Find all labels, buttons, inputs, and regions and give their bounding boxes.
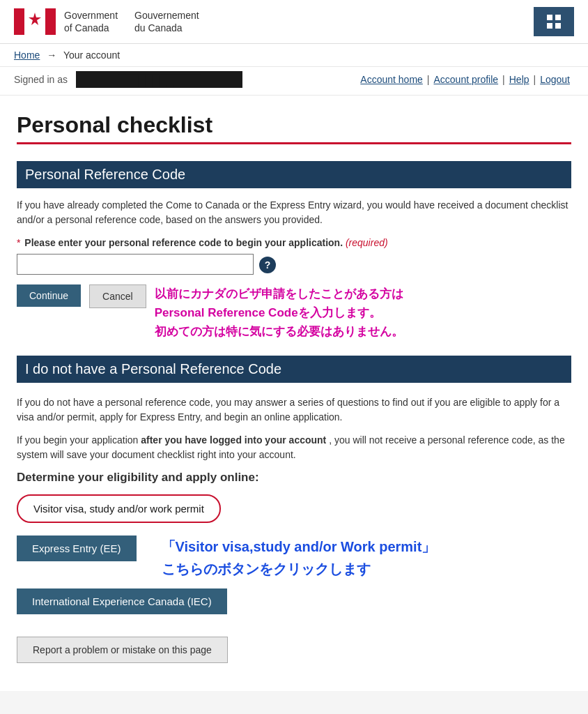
express-entry-button[interactable]: Express Entry (EE) (17, 536, 137, 561)
section2-header: I do not have a Personal Reference Code (17, 356, 571, 383)
prc-input[interactable] (17, 254, 254, 275)
subsection-title: Determine your eligibility and apply onl… (17, 471, 571, 485)
jp-annotation2: 「Visitor visa,study and/or Work permit」 … (162, 536, 436, 580)
section2-desc1: If you do not have a personal reference … (17, 395, 571, 425)
header-left: Government of Canada Gouvernement du Can… (14, 8, 199, 35)
prc-input-row: ? (17, 254, 571, 275)
gov-en-text: Government of Canada (64, 9, 118, 34)
visitor-visa-button[interactable]: Visitor visa, study and/or work permit (17, 494, 221, 523)
breadcrumb-home[interactable]: Home (14, 50, 40, 61)
svg-rect-6 (547, 23, 552, 29)
help-icon[interactable]: ? (259, 257, 276, 273)
nav-help[interactable]: Help (505, 74, 534, 85)
breadcrumb-current: Your account (63, 50, 120, 61)
gov-fr-line2: du Canada (134, 22, 199, 34)
svg-rect-0 (14, 8, 24, 35)
page-title-underline (17, 142, 571, 144)
breadcrumb-arrow: → (47, 50, 56, 61)
section2-desc2-bold: after you have logged into your account (141, 434, 326, 446)
svg-rect-7 (555, 23, 561, 29)
svg-rect-4 (547, 15, 552, 20)
signed-in-value: ████████████ (76, 71, 242, 88)
cancel-button[interactable]: Cancel (89, 284, 146, 308)
menu-button[interactable] (534, 7, 574, 36)
gov-en-line1: Government (64, 9, 118, 22)
footer-report: Report a problem or mistake on this page (17, 637, 571, 663)
gov-fr-line1: Gouvernement (134, 9, 199, 22)
required-label-row: * Please enter your personal reference c… (17, 237, 571, 248)
iec-button[interactable]: International Experience Canada (IEC) (17, 588, 227, 614)
main-content: Personal checklist Personal Reference Co… (0, 96, 588, 691)
required-star: * (17, 237, 20, 248)
site-header: Government of Canada Gouvernement du Can… (0, 0, 588, 44)
continue-button[interactable]: Continue (17, 284, 81, 307)
page-title: Personal checklist (17, 112, 571, 138)
nav-account-profile[interactable]: Account profile (429, 74, 502, 85)
header-titles: Government of Canada Gouvernement du Can… (64, 9, 199, 34)
account-bar: Signed in as ████████████ Account home |… (0, 67, 588, 96)
required-italic: (required) (346, 237, 388, 248)
account-nav: Account home | Account profile | Help | … (356, 74, 574, 85)
gov-fr-text: Gouvernement du Canada (134, 9, 199, 34)
ee-and-jp-row: Express Entry (EE) 「Visitor visa,study a… (17, 536, 571, 580)
breadcrumb: Home → Your account (0, 44, 588, 67)
visitor-btn-row: Visitor visa, study and/or work permit (17, 494, 571, 531)
gov-en-line2: of Canada (64, 22, 118, 34)
report-problem-button[interactable]: Report a problem or mistake on this page (17, 637, 228, 663)
canada-flag (14, 8, 56, 35)
nav-logout[interactable]: Logout (536, 74, 574, 85)
section1-desc: If you have already completed the Come t… (17, 198, 571, 227)
required-text: Please enter your personal reference cod… (24, 237, 343, 248)
btn-row: Continue Cancel 以前にカナダのビザ申請をしたことがある方は Pe… (17, 284, 571, 342)
jp-annotation1: 以前にカナダのビザ申請をしたことがある方は Personal Reference… (155, 284, 403, 342)
section2-desc2-before: If you begin your application (17, 434, 141, 446)
svg-rect-2 (45, 8, 56, 35)
nav-account-home[interactable]: Account home (356, 74, 427, 85)
ee-btn-col: Express Entry (EE) (17, 536, 137, 570)
svg-rect-5 (555, 15, 561, 20)
section1-header: Personal Reference Code (17, 161, 571, 188)
signed-in-label: Signed in as (14, 74, 68, 85)
section2-desc2: If you begin your application after you … (17, 433, 571, 462)
